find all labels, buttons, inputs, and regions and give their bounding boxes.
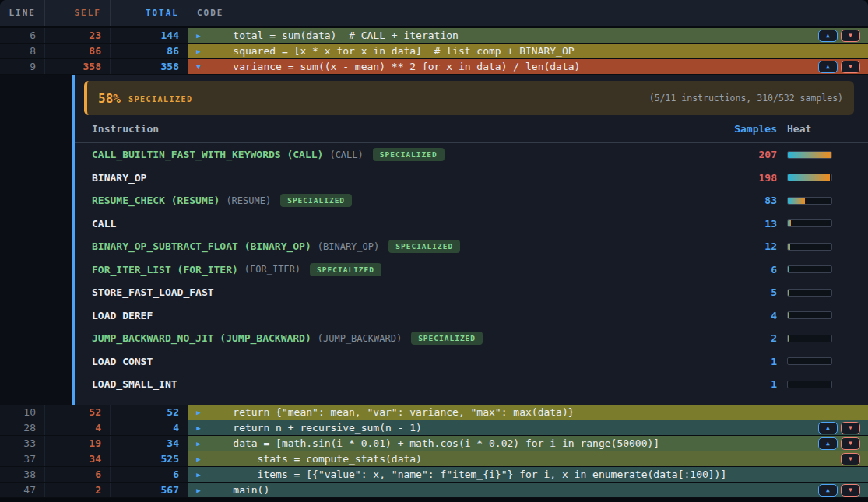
samples-column-header[interactable]: Samples bbox=[707, 123, 777, 135]
code-cell[interactable]: ▼ variance = sum((x - mean) ** 2 for x i… bbox=[188, 59, 868, 74]
heat-bar bbox=[787, 357, 832, 365]
move-up-button[interactable]: ▲ bbox=[818, 437, 838, 450]
sample-count: 83 bbox=[707, 195, 777, 206]
total-samples: 144 bbox=[111, 28, 188, 43]
sample-count: 13 bbox=[707, 218, 777, 230]
sample-count: 2 bbox=[707, 332, 777, 344]
column-header-self[interactable]: SELF bbox=[45, 0, 111, 26]
opcode-name: LOAD_CONST bbox=[92, 356, 153, 367]
code-text: variance = sum((x - mean) ** 2 for x in … bbox=[209, 61, 580, 72]
opcode-name: LOAD_DEREF bbox=[92, 310, 153, 321]
total-samples: 567 bbox=[111, 483, 188, 497]
code-row-line-38: 38 6 6 ▶ items = [{"value": x, "name": f… bbox=[0, 467, 868, 483]
code-cell[interactable]: ▶ data = [math.sin(i * 0.01) + math.cos(… bbox=[188, 436, 868, 451]
heat-bar bbox=[787, 151, 832, 159]
code-cell[interactable]: ▶ stats = compute_stats(data) ▲ ▼ bbox=[188, 451, 868, 466]
code-row-line-37: 37 34 525 ▶ stats = compute_stats(data) … bbox=[0, 451, 868, 467]
instruction-column-header: Instruction bbox=[92, 123, 707, 135]
heat-bar bbox=[787, 219, 832, 227]
opcode-name: LOAD_SMALL_INT bbox=[92, 378, 177, 390]
expand-arrow-icon[interactable]: ▶ bbox=[188, 32, 209, 40]
heat-bar-fill bbox=[788, 244, 790, 250]
heat-bar-fill bbox=[788, 290, 789, 296]
code-cell[interactable]: ▶ return {"mean": mean, "var": variance,… bbox=[188, 405, 868, 420]
specialized-percent: 58% bbox=[98, 91, 121, 106]
collapse-arrow-icon[interactable]: ▼ bbox=[188, 63, 209, 71]
move-down-button[interactable]: ▼ bbox=[841, 453, 860, 465]
code-cell[interactable]: ▶ return n + recursive_sum(n - 1) ▲ ▼ bbox=[188, 420, 868, 435]
expand-arrow-icon[interactable]: ▶ bbox=[188, 440, 209, 448]
code-text: return {"mean": mean, "var": variance, "… bbox=[209, 406, 575, 418]
heat-bar bbox=[787, 289, 832, 297]
total-samples: 358 bbox=[111, 59, 188, 74]
move-down-button[interactable]: ▼ bbox=[841, 484, 860, 497]
sample-count: 198 bbox=[707, 172, 777, 184]
base-opcode: (CALL) bbox=[329, 149, 363, 160]
move-up-button[interactable]: ▲ bbox=[818, 61, 838, 73]
specialized-badge: SPECIALIZED bbox=[411, 332, 483, 345]
opcode-name: FOR_ITER_LIST (FOR_ITER) bbox=[92, 264, 238, 276]
base-opcode: (RESUME) bbox=[226, 195, 271, 206]
move-down-button[interactable]: ▼ bbox=[841, 61, 860, 73]
heat-bar bbox=[787, 381, 832, 388]
opcode-name: STORE_FAST_LOAD_FAST bbox=[92, 286, 214, 298]
self-samples: 4 bbox=[45, 420, 111, 435]
opcode-name: JUMP_BACKWARD_NO_JIT (JUMP_BACKWARD) bbox=[92, 332, 311, 344]
expand-arrow-icon[interactable]: ▶ bbox=[188, 409, 209, 416]
table-header: LINE SELF TOTAL CODE bbox=[0, 0, 868, 28]
column-header-code: CODE bbox=[188, 0, 868, 26]
heat-bar-fill bbox=[788, 220, 791, 226]
column-header-total[interactable]: TOTAL bbox=[111, 0, 188, 26]
code-cell[interactable]: ▶ total = sum(data) # CALL + iteration ▲… bbox=[188, 28, 868, 43]
opcode-name: BINARY_OP_SUBTRACT_FLOAT (BINARY_OP) bbox=[92, 240, 311, 252]
code-text: total = sum(data) # CALL + iteration bbox=[209, 30, 459, 41]
move-up-button[interactable]: ▲ bbox=[818, 30, 838, 42]
specialized-meta: (5/11 instructions, 310/532 samples) bbox=[649, 93, 843, 104]
opcode-name: CALL_BUILTIN_FAST_WITH_KEYWORDS (CALL) bbox=[92, 149, 323, 160]
instruction-row: LOAD_DEREF SPECIALIZED 4 bbox=[75, 304, 868, 328]
heat-bar-fill bbox=[788, 152, 831, 158]
instruction-row: CALL SPECIALIZED 13 bbox=[75, 212, 868, 236]
code-cell[interactable]: ▶ items = [{"value": x, "name": f"item_{… bbox=[188, 467, 868, 482]
self-samples: 358 bbox=[45, 59, 111, 74]
profiler-table: LINE SELF TOTAL CODE 6 23 144 ▶ total = … bbox=[0, 0, 868, 502]
expand-arrow-icon[interactable]: ▶ bbox=[188, 424, 209, 432]
expand-arrow-icon[interactable]: ▶ bbox=[188, 486, 209, 494]
move-up-button[interactable]: ▲ bbox=[818, 422, 838, 434]
move-down-button[interactable]: ▼ bbox=[841, 422, 860, 434]
opcode-name: BINARY_OP bbox=[92, 172, 146, 184]
heat-column-header: Heat bbox=[787, 123, 832, 135]
self-samples: 23 bbox=[45, 28, 111, 43]
heat-bar bbox=[787, 311, 832, 319]
code-cell[interactable]: ▶ main() ▲ ▼ bbox=[188, 483, 868, 497]
base-opcode: (FOR_ITER) bbox=[244, 264, 300, 275]
specialized-badge: SPECIALIZED bbox=[373, 148, 445, 161]
code-cell[interactable]: ▶ squared = [x * x for x in data] # list… bbox=[188, 44, 868, 58]
heat-bar-fill bbox=[788, 266, 789, 272]
code-row-line-6: 6 23 144 ▶ total = sum(data) # CALL + it… bbox=[0, 28, 868, 44]
move-down-button[interactable]: ▼ bbox=[841, 30, 860, 42]
specialized-badge: SPECIALIZED bbox=[280, 194, 352, 207]
heat-bar-fill bbox=[788, 198, 805, 204]
expand-arrow-icon[interactable]: ▶ bbox=[188, 471, 209, 479]
column-header-line[interactable]: LINE bbox=[0, 0, 45, 26]
expand-arrow-icon[interactable]: ▶ bbox=[188, 455, 209, 463]
specialized-label: SPECIALIZED bbox=[128, 95, 193, 104]
specialized-badge: SPECIALIZED bbox=[310, 263, 381, 276]
instruction-row: CALL_BUILTIN_FAST_WITH_KEYWORDS (CALL) (… bbox=[75, 143, 868, 167]
sample-count: 5 bbox=[707, 286, 777, 298]
line-number: 28 bbox=[0, 420, 45, 435]
code-text: return n + recursive_sum(n - 1) bbox=[209, 422, 422, 434]
move-down-button[interactable]: ▼ bbox=[841, 437, 860, 450]
panel-content: 58% SPECIALIZED (5/11 instructions, 310/… bbox=[75, 75, 868, 405]
expand-arrow-icon[interactable]: ▶ bbox=[188, 47, 209, 55]
code-text: main() bbox=[209, 484, 269, 496]
instruction-detail-panel: 58% SPECIALIZED (5/11 instructions, 310/… bbox=[0, 75, 868, 405]
self-samples: 52 bbox=[45, 405, 111, 420]
instruction-row: STORE_FAST_LOAD_FAST SPECIALIZED 5 bbox=[75, 281, 868, 304]
move-up-button[interactable]: ▲ bbox=[818, 484, 838, 497]
code-text: stats = compute_stats(data) bbox=[209, 453, 422, 465]
instruction-row: LOAD_CONST SPECIALIZED 1 bbox=[75, 350, 868, 374]
total-samples: 6 bbox=[111, 467, 188, 482]
code-row-line-10: 10 52 52 ▶ return {"mean": mean, "var": … bbox=[0, 405, 868, 420]
